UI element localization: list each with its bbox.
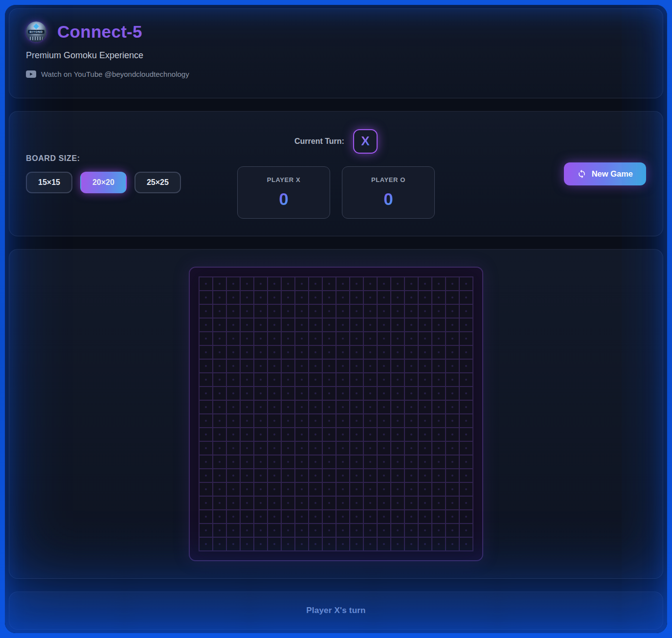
board-cell[interactable] <box>419 442 431 455</box>
board-cell[interactable] <box>446 332 459 345</box>
board-cell[interactable] <box>405 469 418 482</box>
board-cell[interactable] <box>419 428 431 441</box>
board-cell[interactable] <box>432 524 445 537</box>
board-cell[interactable] <box>254 538 267 550</box>
board-cell[interactable] <box>460 305 472 318</box>
board-cell[interactable] <box>282 305 294 318</box>
board-cell[interactable] <box>213 346 226 359</box>
board-cell[interactable] <box>419 277 431 290</box>
board-cell[interactable] <box>391 277 404 290</box>
board-cell[interactable] <box>200 401 212 413</box>
board-cell[interactable] <box>391 442 404 455</box>
board-cell[interactable] <box>295 319 308 331</box>
board-cell[interactable] <box>282 538 294 550</box>
board-cell[interactable] <box>419 456 431 468</box>
board-cell[interactable] <box>254 319 267 331</box>
board-cell[interactable] <box>378 428 390 441</box>
board-cell[interactable] <box>350 428 363 441</box>
board-cell[interactable] <box>213 373 226 386</box>
board-cell[interactable] <box>295 497 308 509</box>
board-cell[interactable] <box>254 277 267 290</box>
board-cell[interactable] <box>254 510 267 523</box>
board-cell[interactable] <box>460 483 472 496</box>
board-cell[interactable] <box>405 442 418 455</box>
board-cell[interactable] <box>364 360 377 372</box>
board-cell[interactable] <box>227 305 240 318</box>
board-cell[interactable] <box>460 538 472 550</box>
board-cell[interactable] <box>227 360 240 372</box>
board-cell[interactable] <box>213 469 226 482</box>
board-cell[interactable] <box>254 346 267 359</box>
board-cell[interactable] <box>405 538 418 550</box>
board-cell[interactable] <box>282 469 294 482</box>
board-cell[interactable] <box>227 277 240 290</box>
board-cell[interactable] <box>309 524 322 537</box>
board-cell[interactable] <box>309 483 322 496</box>
board-cell[interactable] <box>432 401 445 413</box>
board-cell[interactable] <box>378 414 390 427</box>
board-cell[interactable] <box>419 401 431 413</box>
board-cell[interactable] <box>213 428 226 441</box>
board-cell[interactable] <box>295 428 308 441</box>
board-cell[interactable] <box>227 510 240 523</box>
board-cell[interactable] <box>460 428 472 441</box>
board-cell[interactable] <box>200 346 212 359</box>
board-cell[interactable] <box>460 469 472 482</box>
board-cell[interactable] <box>241 319 253 331</box>
board-cell[interactable] <box>378 538 390 550</box>
board-cell[interactable] <box>213 483 226 496</box>
board-cell[interactable] <box>350 442 363 455</box>
board-cell[interactable] <box>241 497 253 509</box>
board-cell[interactable] <box>213 538 226 550</box>
board-cell[interactable] <box>295 414 308 427</box>
board-cell[interactable] <box>241 414 253 427</box>
board-cell[interactable] <box>391 414 404 427</box>
board-cell[interactable] <box>295 483 308 496</box>
board-cell[interactable] <box>282 332 294 345</box>
board-cell[interactable] <box>268 277 281 290</box>
board-cell[interactable] <box>268 524 281 537</box>
board-cell[interactable] <box>446 510 459 523</box>
board-cell[interactable] <box>309 319 322 331</box>
board-cell[interactable] <box>213 319 226 331</box>
board-cell[interactable] <box>432 510 445 523</box>
board-cell[interactable] <box>200 483 212 496</box>
board-cell[interactable] <box>200 277 212 290</box>
board-cell[interactable] <box>419 497 431 509</box>
board-cell[interactable] <box>254 524 267 537</box>
board-cell[interactable] <box>405 510 418 523</box>
board-cell[interactable] <box>282 387 294 400</box>
board-cell[interactable] <box>213 414 226 427</box>
board-cell[interactable] <box>460 414 472 427</box>
board-cell[interactable] <box>241 538 253 550</box>
board-cell[interactable] <box>391 469 404 482</box>
board-cell[interactable] <box>350 332 363 345</box>
board-cell[interactable] <box>391 428 404 441</box>
board-cell[interactable] <box>446 538 459 550</box>
board-cell[interactable] <box>282 401 294 413</box>
board-cell[interactable] <box>391 360 404 372</box>
board-cell[interactable] <box>336 456 349 468</box>
board-cell[interactable] <box>200 373 212 386</box>
board-cell[interactable] <box>268 442 281 455</box>
board-cell[interactable] <box>227 524 240 537</box>
board-cell[interactable] <box>350 401 363 413</box>
board-cell[interactable] <box>391 305 404 318</box>
board-cell[interactable] <box>336 346 349 359</box>
board-cell[interactable] <box>432 387 445 400</box>
board-cell[interactable] <box>364 291 377 304</box>
board-cell[interactable] <box>323 319 336 331</box>
board-cell[interactable] <box>309 469 322 482</box>
board-cell[interactable] <box>295 401 308 413</box>
board-cell[interactable] <box>227 332 240 345</box>
board-cell[interactable] <box>282 291 294 304</box>
board-cell[interactable] <box>241 442 253 455</box>
board-cell[interactable] <box>378 401 390 413</box>
board-cell[interactable] <box>268 305 281 318</box>
board-cell[interactable] <box>419 414 431 427</box>
board-cell[interactable] <box>446 456 459 468</box>
board-cell[interactable] <box>432 538 445 550</box>
board-cell[interactable] <box>364 456 377 468</box>
board-cell[interactable] <box>364 319 377 331</box>
board-cell[interactable] <box>336 524 349 537</box>
